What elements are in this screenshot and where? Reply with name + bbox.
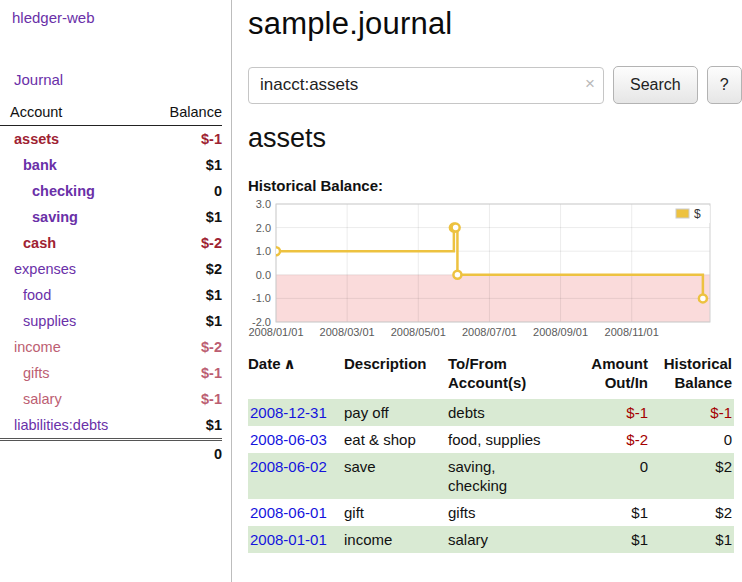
transaction-description: income [344,526,448,553]
account-row: saving$1 [0,204,222,230]
transaction-description: save [344,453,448,499]
historical-balance-chart[interactable]: 3.02.01.00.0-1.0-2.02008/01/012008/03/01… [248,199,718,341]
accounts-total-spacer [0,440,150,468]
x-tick-label: 2008/11/01 [605,326,659,338]
account-link[interactable]: supplies [23,313,76,329]
account-link[interactable]: bank [23,157,57,173]
account-link[interactable]: cash [23,235,56,251]
account-link[interactable]: expenses [14,261,76,277]
nav-journal-link[interactable]: Journal [14,71,231,88]
account-link[interactable]: salary [23,391,62,407]
transaction-amount: $1 [576,526,648,553]
register-row: 2008-12-31pay offdebts$-1$-1 [248,399,734,426]
data-point-marker [452,224,460,232]
transaction-balance: 0 [648,426,734,453]
data-point-marker [699,294,707,302]
account-balance: $1 [150,282,222,308]
transaction-description: eat & shop [344,426,448,453]
account-link[interactable]: saving [32,209,78,225]
clear-search-icon[interactable]: × [585,74,595,94]
search-box: × [248,67,604,104]
account-balance: $1 [150,204,222,230]
register-header-date[interactable]: Date [248,355,281,372]
account-balance: $-1 [150,386,222,412]
register-header-accounts: To/From Account(s) [448,354,576,399]
accounts-total-row: 0 [0,440,222,468]
y-tick-label: 0.0 [256,269,271,281]
x-tick-label: 2008/03/01 [320,326,375,338]
account-link[interactable]: income [14,339,61,355]
transaction-accounts: food, supplies [448,426,576,453]
accounts-header-account: Account [0,101,150,126]
transaction-amount: $1 [576,499,648,526]
register-table: Date∧ Description To/From Account(s) Amo… [248,354,734,553]
register-row: 2008-01-01incomesalary$1$1 [248,526,734,553]
search-input[interactable] [248,67,604,104]
register-row: 2008-06-02savesaving, checking0$2 [248,453,734,499]
register-body: 2008-12-31pay offdebts$-1$-12008-06-03ea… [248,399,734,553]
transaction-accounts: saving, checking [448,453,576,499]
app-title-link[interactable]: hledger-web [0,0,231,26]
account-row: assets$-1 [0,126,222,153]
account-balance: 0 [150,178,222,204]
register-header-balance: Historical Balance [648,354,734,399]
account-row: bank$1 [0,152,222,178]
account-balance: $1 [150,412,222,440]
account-link[interactable]: liabilities:debts [14,417,108,433]
account-heading: assets [248,123,734,154]
accounts-table: Account Balance assets$-1bank$1checking0… [0,101,222,467]
transaction-date-link[interactable]: 2008-12-31 [250,404,327,421]
y-tick-label: 2.0 [256,222,271,234]
chart-canvas: 3.02.01.00.0-1.0-2.02008/01/012008/03/01… [248,199,718,341]
x-tick-label: 2008/05/01 [391,326,446,338]
register-row: 2008-06-03eat & shopfood, supplies$-20 [248,426,734,453]
account-link[interactable]: food [23,287,51,303]
transaction-amount: 0 [576,453,648,499]
x-tick-label: 2008/07/01 [462,326,517,338]
register-header-row: Date∧ Description To/From Account(s) Amo… [248,354,734,399]
account-balance: $1 [150,152,222,178]
register-header-description: Description [344,354,448,399]
account-row: supplies$1 [0,308,222,334]
account-balance: $-1 [150,126,222,153]
account-row: income$-2 [0,334,222,360]
account-link[interactable]: assets [14,131,59,147]
data-point-marker [453,271,461,279]
y-tick-label: -1.0 [252,292,271,304]
transaction-date-link[interactable]: 2008-06-01 [250,504,327,521]
search-bar: × Search ? [248,66,734,104]
x-tick-label: 2008/01/01 [248,326,303,338]
x-tick-label: 2008/09/01 [533,326,588,338]
legend-label: $ [694,207,701,221]
account-balance: $2 [150,256,222,282]
account-row: salary$-1 [0,386,222,412]
help-button[interactable]: ? [707,66,742,104]
transaction-date-link[interactable]: 2008-06-03 [250,431,327,448]
transaction-accounts: salary [448,526,576,553]
sort-ascending-icon: ∧ [284,355,296,372]
search-button[interactable]: Search [613,66,698,104]
account-link[interactable]: gifts [23,365,50,381]
sidebar: hledger-web Journal Account Balance asse… [0,0,232,582]
transaction-amount: $-2 [576,426,648,453]
transaction-description: pay off [344,399,448,426]
account-row: gifts$-1 [0,360,222,386]
transaction-accounts: debts [448,399,576,426]
legend-swatch [676,209,689,218]
accounts-header-row: Account Balance [0,101,222,126]
transaction-date-link[interactable]: 2008-06-02 [250,458,327,475]
register-header-amount: Amount Out/In [576,354,648,399]
transaction-description: gift [344,499,448,526]
account-balance: $-1 [150,360,222,386]
chart-title: Historical Balance: [248,177,734,194]
transaction-date-link[interactable]: 2008-01-01 [250,531,327,548]
transaction-balance: $-1 [648,399,734,426]
account-row: cash$-2 [0,230,222,256]
account-link[interactable]: checking [32,183,95,199]
transaction-balance: $2 [648,453,734,499]
accounts-header-balance: Balance [150,101,222,126]
account-row: checking0 [0,178,222,204]
account-balance: $-2 [150,230,222,256]
account-row: liabilities:debts$1 [0,412,222,440]
data-point-marker [272,247,280,255]
